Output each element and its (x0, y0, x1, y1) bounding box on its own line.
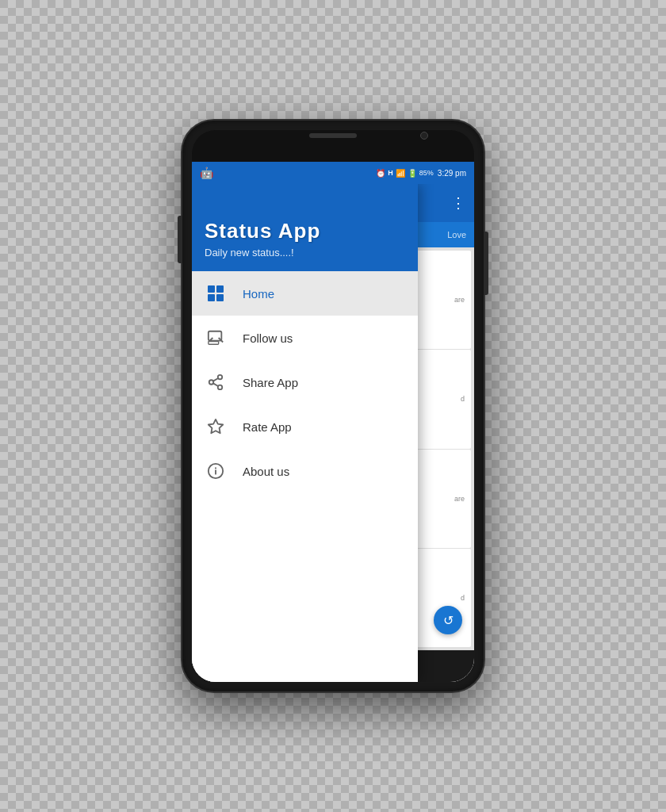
signal-icon: H (388, 169, 393, 177)
home-icon (205, 282, 227, 304)
drawer-menu: Home F (192, 271, 418, 682)
svg-point-4 (218, 385, 223, 390)
follow-label: Follow us (243, 331, 293, 345)
phone-screen: 🤖 ⏰ H 📶 🔋 85% 3:29 pm ⋮ (192, 130, 474, 682)
bg-card-1-label: are (454, 296, 465, 304)
svg-point-3 (209, 380, 214, 385)
overflow-menu-icon[interactable]: ⋮ (451, 194, 466, 212)
share-icon (205, 371, 227, 393)
tab-love[interactable]: Love (447, 230, 466, 239)
drawer-item-share[interactable]: Share App (192, 360, 418, 404)
status-bar: 🤖 ⏰ H 📶 🔋 85% 3:29 pm (192, 162, 474, 184)
drawer-item-home[interactable]: Home (192, 271, 418, 316)
info-icon (205, 460, 227, 482)
bg-card-3-label: are (454, 495, 465, 503)
phone-speaker (309, 133, 357, 138)
app-content: ⋮ Love are d are (192, 184, 474, 682)
phone-device: 🤖 ⏰ H 📶 🔋 85% 3:29 pm ⋮ (182, 121, 484, 691)
bg-card-2-label: d (461, 395, 465, 403)
drawer-item-follow[interactable]: Follow us (192, 316, 418, 360)
battery-percent: 85% (419, 169, 434, 177)
navigation-drawer: Status App Daily new status....! (192, 184, 418, 682)
follow-icon (205, 327, 227, 349)
star-icon (205, 416, 227, 438)
wifi-icon: 📶 (396, 169, 405, 178)
bg-card-4-label: d (461, 594, 465, 602)
app-screen: 🤖 ⏰ H 📶 🔋 85% 3:29 pm ⋮ (192, 162, 474, 682)
svg-line-5 (213, 383, 218, 386)
svg-point-2 (218, 375, 223, 380)
home-label: Home (243, 287, 274, 301)
status-bar-left: 🤖 (200, 167, 213, 179)
drawer-header: Status App Daily new status....! (192, 184, 418, 271)
svg-marker-7 (209, 419, 223, 433)
svg-line-6 (213, 378, 218, 381)
battery-icon: 🔋 (408, 169, 417, 178)
alarm-icon: ⏰ (376, 169, 385, 178)
phone-camera (420, 132, 428, 140)
svg-point-11 (215, 467, 216, 469)
android-icon: 🤖 (200, 167, 213, 179)
drawer-item-rate[interactable]: Rate App (192, 404, 418, 449)
rate-label: Rate App (243, 420, 292, 434)
time-display: 3:29 pm (438, 169, 466, 178)
svg-rect-1 (209, 342, 219, 345)
about-label: About us (243, 465, 289, 478)
app-subtitle: Daily new status....! (205, 247, 405, 259)
app-title: Status App (205, 219, 405, 243)
share-label: Share App (243, 376, 298, 389)
fab-button[interactable]: ↺ (434, 606, 462, 634)
status-bar-right: ⏰ H 📶 🔋 85% 3:29 pm (376, 169, 466, 178)
drawer-item-about[interactable]: About us (192, 449, 418, 493)
